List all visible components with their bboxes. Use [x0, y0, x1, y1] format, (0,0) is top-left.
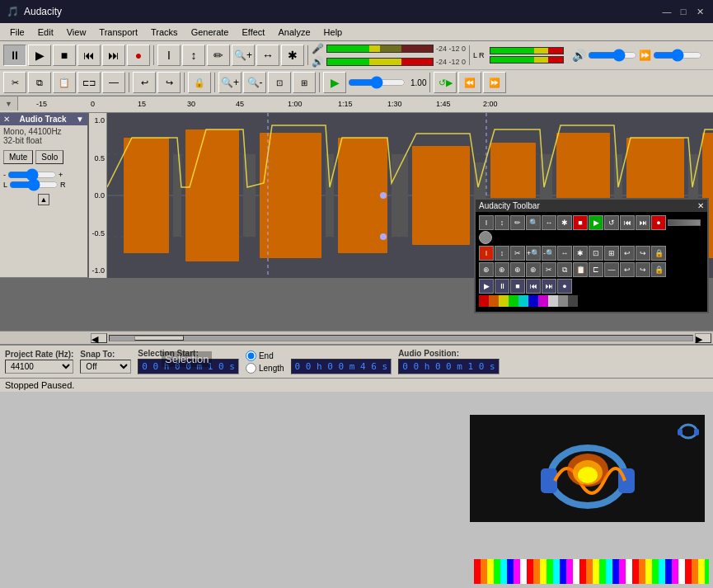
ft-r4-2[interactable]: ⏸ — [495, 279, 509, 294]
ft-sync-1[interactable]: 🔒 — [651, 262, 666, 277]
mute-button[interactable]: Mute — [3, 150, 33, 164]
ft-volume-knob[interactable] — [479, 231, 492, 244]
ft-btn-2k[interactable]: ↪ — [636, 246, 650, 261]
zoom-sel-button[interactable]: ⊡ — [268, 72, 291, 93]
ft-btn-2e[interactable]: -🔍 — [542, 246, 556, 261]
ft-sil-1[interactable]: — — [604, 262, 619, 277]
project-rate-select[interactable]: 44100 48000 — [5, 360, 73, 374]
gain-track-slider[interactable] — [7, 172, 57, 178]
ft-btn-zoom[interactable]: 🔍 — [526, 215, 541, 230]
close-track-icon[interactable]: ✕ — [3, 115, 10, 124]
ft-btn-multi[interactable]: ✱ — [557, 215, 572, 230]
ft-btn-loop[interactable]: ↺ — [604, 215, 619, 230]
ft-trim-1[interactable]: ⊏ — [589, 262, 603, 277]
maximize-button[interactable]: □ — [677, 5, 690, 18]
skip-end-button[interactable]: ⏭ — [102, 45, 125, 66]
menu-file[interactable]: File — [3, 26, 31, 39]
multi-tool[interactable]: ✱ — [281, 45, 304, 66]
play-button[interactable]: ▶ — [28, 45, 51, 66]
ft-redo-1[interactable]: ↪ — [636, 262, 650, 277]
zoom-in-button[interactable]: 🔍+ — [218, 72, 242, 93]
ft-copy-1[interactable]: ⧉ — [557, 262, 572, 277]
undo-button[interactable]: ↩ — [133, 72, 156, 93]
menu-transport[interactable]: Transport — [92, 26, 144, 39]
menu-analyze[interactable]: Analyze — [271, 26, 317, 39]
ft-cut-1[interactable]: ✂ — [542, 262, 556, 277]
ft-zoom-1[interactable]: ⊕ — [479, 262, 494, 277]
ft-zoom-4[interactable]: ⊕ — [526, 262, 541, 277]
ft-btn-2j[interactable]: ↩ — [620, 246, 635, 261]
ft-r4-3[interactable]: ■ — [510, 279, 525, 294]
timeshift-tool[interactable]: ↔ — [256, 45, 279, 66]
menu-effect[interactable]: Effect — [236, 26, 272, 39]
ft-btn-2h[interactable]: ⊡ — [589, 246, 603, 261]
ft-r4-4[interactable]: ⏮ — [526, 279, 541, 294]
scroll-thumb[interactable] — [134, 336, 184, 341]
ft-btn-skipstart[interactable]: ⏮ — [620, 215, 635, 230]
ft-btn-stop[interactable]: ■ — [573, 215, 588, 230]
ft-btn-2d[interactable]: +🔍 — [526, 246, 541, 261]
menu-edit[interactable]: Edit — [31, 26, 60, 39]
scroll-left-button[interactable]: ◀ — [91, 333, 107, 343]
menu-help[interactable]: Help — [317, 26, 349, 39]
record-button[interactable]: ● — [127, 45, 150, 66]
solo-button[interactable]: Solo — [35, 150, 63, 164]
zoom-tool[interactable]: 🔍+ — [232, 45, 255, 66]
loop-play-button[interactable]: ↺▶ — [434, 72, 457, 93]
redo-button[interactable]: ↪ — [157, 72, 181, 93]
ft-btn-play[interactable]: ▶ — [589, 215, 603, 230]
close-button[interactable]: ✕ — [693, 5, 706, 18]
silence-button[interactable]: — — [102, 72, 125, 93]
ft-btn-2c[interactable]: ✂ — [510, 246, 525, 261]
snap-to-select[interactable]: Off Nearest — [80, 360, 131, 374]
pause-button[interactable]: ⏸ — [3, 45, 26, 66]
ft-zoom-2[interactable]: ⊕ — [495, 262, 509, 277]
selection-end-input[interactable]: 0 0 h 0 0 m 4 6 s — [291, 359, 392, 374]
play-speed-slider[interactable] — [348, 76, 406, 89]
ft-btn-2g[interactable]: ✱ — [573, 246, 588, 261]
menu-tracks[interactable]: Tracks — [144, 26, 185, 39]
cut-button[interactable]: ✂ — [3, 72, 26, 93]
zoom-fit-button[interactable]: ⊞ — [293, 72, 316, 93]
paste-button[interactable]: 📋 — [53, 72, 76, 93]
ft-zoom-3[interactable]: ⊕ — [510, 262, 525, 277]
ft-paste-1[interactable]: 📋 — [573, 262, 588, 277]
scroll-right-button[interactable]: ▶ — [695, 333, 711, 343]
hscrollbar[interactable]: ◀ ▶ — [89, 331, 713, 344]
ft-active-tool[interactable]: I — [479, 246, 494, 261]
select-tool[interactable]: I — [157, 45, 181, 66]
play-at-speed-button[interactable]: ▶ — [323, 72, 346, 93]
speed-slider[interactable] — [653, 51, 702, 59]
scroll-track[interactable] — [109, 335, 693, 341]
envelope-tool[interactable]: ↕ — [182, 45, 205, 66]
ft-btn-2f[interactable]: ↔ — [557, 246, 572, 261]
ft-undo-1[interactable]: ↩ — [620, 262, 635, 277]
ft-r4-6[interactable]: ● — [557, 279, 572, 294]
ft-r4-1[interactable]: ▶ — [479, 279, 494, 294]
copy-button[interactable]: ⧉ — [28, 72, 51, 93]
ft-btn-2l[interactable]: 🔒 — [651, 246, 666, 261]
draw-tool[interactable]: ✏ — [207, 45, 230, 66]
menu-generate[interactable]: Generate — [185, 26, 236, 39]
ft-btn-record[interactable]: ● — [651, 215, 666, 230]
stop-button[interactable]: ■ — [53, 45, 76, 66]
sync-lock-button[interactable]: 🔒 — [188, 72, 211, 93]
gain-slider[interactable] — [588, 51, 637, 59]
audio-position-input[interactable]: 0 0 h 0 0 m 1 0 s — [398, 359, 500, 374]
length-radio[interactable] — [246, 363, 256, 374]
track-menu-icon[interactable]: ▼ — [76, 115, 84, 124]
ft-btn-skipend[interactable]: ⏭ — [636, 215, 650, 230]
minimize-button[interactable]: — — [660, 5, 673, 18]
ft-btn-draw[interactable]: ✏ — [510, 215, 525, 230]
menu-view[interactable]: View — [60, 26, 93, 39]
ft-r4-5[interactable]: ⏭ — [542, 279, 556, 294]
zoom-out-button[interactable]: 🔍- — [243, 72, 266, 93]
collapse-button[interactable]: ▲ — [38, 194, 49, 205]
ft-btn-timeshift[interactable]: ↔ — [542, 215, 556, 230]
floating-toolbar-close[interactable]: ✕ — [697, 201, 704, 210]
trim-button[interactable]: ⊏⊐ — [77, 72, 101, 93]
pan-slider[interactable] — [9, 181, 59, 188]
end-radio[interactable] — [246, 350, 256, 361]
ft-btn-2b[interactable]: ↕ — [495, 246, 509, 261]
skip-fwd-button[interactable]: ⏩ — [483, 72, 506, 93]
